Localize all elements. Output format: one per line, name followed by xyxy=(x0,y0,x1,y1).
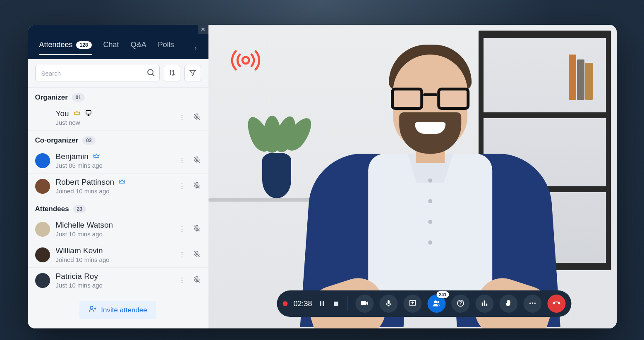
attendee-name: Robert Pattinson xyxy=(56,178,115,187)
avatar xyxy=(35,273,50,288)
filter-button[interactable] xyxy=(184,65,201,81)
attendee-row[interactable]: Michelle Watson Just 10 mins ago ⋮ xyxy=(28,216,208,242)
polls-button[interactable] xyxy=(476,295,494,313)
svg-point-25 xyxy=(437,301,439,303)
tabs-scroll-right-icon[interactable]: › xyxy=(194,44,196,52)
search-box xyxy=(35,65,160,81)
avatar xyxy=(35,222,50,237)
section-label: Co-organizer xyxy=(35,136,79,145)
attendee-name: Patricia Roy xyxy=(56,272,98,281)
people-icon xyxy=(433,299,441,309)
svg-point-31 xyxy=(529,302,531,304)
svg-point-18 xyxy=(242,57,249,64)
more-icon[interactable]: ⋮ xyxy=(179,276,185,284)
more-icon[interactable]: ⋮ xyxy=(179,251,185,259)
more-icon[interactable]: ⋮ xyxy=(179,225,185,233)
stop-recording-button[interactable] xyxy=(332,300,340,308)
tab-label: Q&A xyxy=(131,40,146,49)
microphone-button[interactable] xyxy=(380,295,398,313)
svg-rect-4 xyxy=(86,111,91,114)
share-screen-button[interactable] xyxy=(404,295,422,313)
tab-label: Chat xyxy=(103,40,119,49)
section-coorganizer: Co-organizer 02 xyxy=(28,131,208,148)
section-label: Attendees xyxy=(35,205,69,213)
invite-label: Invite attendee xyxy=(101,306,147,314)
svg-point-32 xyxy=(532,302,533,304)
svg-point-27 xyxy=(460,304,461,305)
mic-muted-icon[interactable] xyxy=(193,113,201,123)
section-count: 02 xyxy=(82,136,95,145)
participants-button[interactable]: 241 xyxy=(428,295,446,313)
section-count: 01 xyxy=(72,93,85,102)
tab-label: Attendees xyxy=(39,40,73,49)
more-options-button[interactable] xyxy=(524,295,542,313)
share-icon xyxy=(409,299,417,309)
invite-bar: Invite attendee xyxy=(28,293,208,328)
crown-icon xyxy=(118,178,126,187)
tab-attendees[interactable]: Attendees 128 xyxy=(39,40,92,55)
tab-chat[interactable]: Chat xyxy=(103,40,119,55)
mic-muted-icon[interactable] xyxy=(193,224,201,234)
presenter-video xyxy=(281,30,579,327)
qna-button[interactable] xyxy=(452,295,470,313)
attendee-name: William Kevin xyxy=(56,246,103,255)
search-row: AZ xyxy=(28,59,208,88)
tab-qna[interactable]: Q&A xyxy=(131,40,146,55)
svg-rect-21 xyxy=(334,302,338,306)
close-sidebar-button[interactable]: ✕ xyxy=(198,25,208,34)
pause-recording-button[interactable] xyxy=(318,300,326,308)
camera-button[interactable] xyxy=(356,295,374,313)
mic-muted-icon[interactable] xyxy=(193,156,201,166)
svg-rect-23 xyxy=(388,305,389,307)
more-icon[interactable]: ⋮ xyxy=(179,182,185,190)
toolbar-divider xyxy=(348,296,348,311)
search-icon[interactable] xyxy=(146,68,156,79)
sidebar-tabs: Attendees 128 Chat Q&A Polls › xyxy=(28,33,208,59)
hangup-icon xyxy=(553,299,561,309)
attendee-row[interactable]: Patricia Roy Just 10 mins ago ⋮ xyxy=(28,268,208,293)
section-label: Organizer xyxy=(35,93,68,102)
svg-point-0 xyxy=(148,69,153,75)
svg-text:A: A xyxy=(172,69,174,72)
attendee-row[interactable]: Benjamin Just 05 mins ago ⋮ xyxy=(28,148,208,174)
svg-line-1 xyxy=(152,74,154,76)
attendee-row[interactable]: Robert Pattinson Joined 10 mins ago ⋮ xyxy=(28,174,208,199)
mic-muted-icon[interactable] xyxy=(193,181,201,191)
camera-icon xyxy=(361,299,369,309)
avatar xyxy=(35,179,50,194)
tab-polls[interactable]: Polls xyxy=(158,40,174,55)
participants-count-badge: 241 xyxy=(436,291,449,298)
more-horizontal-icon xyxy=(529,299,537,309)
attendee-subtext: Joined 10 mins ago xyxy=(56,188,179,195)
avatar xyxy=(35,110,50,125)
mic-muted-icon[interactable] xyxy=(193,276,201,285)
more-icon[interactable]: ⋮ xyxy=(179,114,185,121)
attendee-subtext: Joined 10 mins ago xyxy=(56,256,179,263)
section-attendees: Attendees 23 xyxy=(28,199,208,216)
more-icon[interactable]: ⋮ xyxy=(179,157,185,164)
sort-button[interactable]: AZ xyxy=(164,65,180,81)
close-icon: ✕ xyxy=(201,26,206,33)
sidebar-header: ✕ Attendees 128 Chat Q&A Polls › xyxy=(28,25,208,59)
question-icon xyxy=(457,299,465,309)
call-toolbar: 02:38 241 xyxy=(277,290,571,317)
svg-point-17 xyxy=(90,306,93,309)
attendee-subtext: Just 10 mins ago xyxy=(56,282,179,289)
avatar xyxy=(35,153,50,168)
end-call-button[interactable] xyxy=(548,295,566,313)
attendee-name: Benjamin xyxy=(56,152,89,161)
add-user-icon xyxy=(89,305,97,315)
reactions-button[interactable] xyxy=(500,295,518,313)
attendee-row[interactable]: You Just now ⋮ xyxy=(28,105,208,131)
tab-label: Polls xyxy=(158,40,174,49)
svg-rect-28 xyxy=(482,302,483,306)
search-input[interactable] xyxy=(35,65,160,81)
attendee-name: Michelle Watson xyxy=(56,221,113,230)
attendee-row[interactable]: William Kevin Joined 10 mins ago ⋮ xyxy=(28,242,208,268)
svg-rect-20 xyxy=(323,301,324,306)
invite-attendee-button[interactable]: Invite attendee xyxy=(79,301,156,319)
mic-muted-icon[interactable] xyxy=(193,250,201,260)
video-area: 02:38 241 xyxy=(208,25,617,328)
svg-rect-22 xyxy=(388,300,390,304)
attendee-subtext: Just 05 mins ago xyxy=(56,162,179,169)
